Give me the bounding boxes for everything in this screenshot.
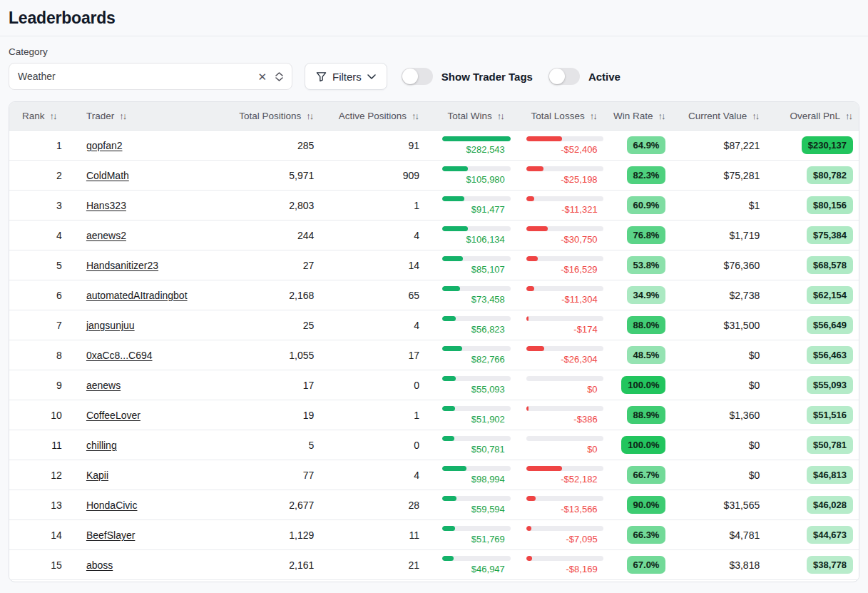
wins-bar	[442, 406, 511, 411]
wins-bar	[442, 256, 511, 261]
total-positions-cell: 2,803	[224, 191, 320, 220]
trader-link[interactable]: chilling	[86, 440, 117, 451]
wins-amount: $55,093	[442, 384, 511, 395]
losses-amount: -$26,304	[526, 354, 603, 365]
trader-link[interactable]: HondaCivic	[86, 500, 138, 511]
losses-amount: -$52,406	[526, 144, 603, 155]
wins-amount: $106,134	[442, 234, 511, 245]
wins-bar	[442, 226, 511, 231]
trader-link[interactable]: Handsanitizer23	[86, 260, 158, 271]
losses-bar	[526, 316, 603, 321]
wins-bar	[442, 496, 511, 501]
wins-bar	[442, 316, 511, 321]
total-losses-cell: -$26,304	[512, 340, 605, 370]
column-label: Total Losses	[531, 111, 585, 121]
current-value-cell: $4,781	[678, 520, 765, 549]
trader-link[interactable]: ColdMath	[86, 170, 129, 181]
trader-link[interactable]: BeefSlayer	[86, 529, 135, 541]
win-rate-badge: 100.0%	[621, 436, 665, 454]
active-positions-cell: 909	[320, 161, 425, 190]
trader-link[interactable]: automatedAItradingbot	[86, 290, 188, 301]
column-header-active-positions[interactable]: Active Positions↑↓	[320, 102, 425, 130]
current-value-cell: $0	[678, 370, 765, 400]
active-positions-cell: 91	[320, 131, 425, 160]
total-wins-cell: $282,543	[425, 131, 512, 160]
active-toggle[interactable]	[548, 68, 580, 85]
show-trader-tags-toggle[interactable]	[402, 68, 433, 85]
rank-cell: 8	[9, 340, 63, 370]
category-select[interactable]: Weather ✕	[9, 63, 292, 90]
current-value-cell: $0	[678, 460, 765, 490]
column-header-total-losses[interactable]: Total Losses↑↓	[512, 102, 605, 130]
total-positions-cell: 1,055	[224, 340, 320, 370]
active-positions-cell: 11	[320, 520, 425, 549]
table-body: 1 gopfan2 285 91 $282,543 -$52,406 64.9%…	[9, 131, 859, 580]
total-losses-cell: -$52,406	[512, 131, 605, 160]
sort-icon[interactable]: ↑↓	[306, 111, 314, 121]
overall-pnl-badge: $230,137	[802, 136, 853, 154]
column-label: Current Value	[688, 111, 747, 121]
wins-bar	[442, 466, 511, 471]
active-positions-cell: 0	[320, 370, 425, 400]
total-wins-cell: $85,107	[425, 250, 512, 280]
clear-icon[interactable]: ✕	[257, 71, 267, 82]
rank-cell: 7	[9, 310, 63, 340]
trader-link[interactable]: Kapii	[86, 470, 108, 481]
table-header-row: Rank↑↓Trader↑↓Total Positions↑↓Active Po…	[9, 102, 859, 131]
rank-cell: 11	[9, 430, 63, 460]
current-value-cell: $75,281	[678, 161, 765, 190]
win-rate-badge: 48.5%	[627, 346, 666, 364]
column-header-total-wins[interactable]: Total Wins↑↓	[425, 102, 512, 130]
sort-icon[interactable]: ↑↓	[590, 111, 598, 121]
trader-link[interactable]: aenews2	[86, 230, 126, 241]
total-wins-cell: $59,594	[425, 490, 512, 519]
trader-link[interactable]: aboss	[86, 559, 113, 571]
total-positions-cell: 1,129	[224, 520, 320, 549]
win-rate-badge: 100.0%	[621, 376, 665, 394]
trader-link[interactable]: aenews	[86, 380, 121, 391]
column-header-rank[interactable]: Rank↑↓	[9, 102, 63, 130]
wins-bar	[442, 196, 511, 201]
wins-amount: $85,107	[442, 264, 511, 275]
funnel-icon	[316, 71, 327, 82]
losses-bar	[526, 226, 603, 231]
losses-bar	[526, 376, 603, 381]
sort-icon[interactable]: ↑↓	[497, 111, 505, 121]
trader-link[interactable]: jangsunjuu	[86, 320, 135, 331]
column-header-overall-pnl[interactable]: Overall PnL↑↓	[765, 102, 859, 130]
sort-icon[interactable]: ↑↓	[752, 111, 760, 121]
column-label: Total Positions	[239, 111, 301, 121]
chevron-updown-icon[interactable]	[275, 72, 283, 81]
losses-bar	[526, 466, 603, 471]
overall-pnl-badge: $55,093	[807, 376, 853, 394]
column-header-win-rate[interactable]: Win Rate↑↓	[605, 102, 679, 130]
current-value-cell: $31,500	[678, 310, 765, 340]
show-trader-tags-label: Show Trader Tags	[441, 71, 533, 83]
sort-icon[interactable]: ↑↓	[658, 111, 665, 121]
current-value-cell: $1	[678, 191, 765, 220]
total-positions-cell: 5	[224, 430, 320, 460]
sort-icon[interactable]: ↑↓	[119, 111, 127, 121]
trader-link[interactable]: Hans323	[86, 200, 126, 211]
sort-icon[interactable]: ↑↓	[845, 111, 853, 121]
total-losses-cell: -$25,198	[512, 161, 605, 190]
filters-button[interactable]: Filters	[305, 63, 387, 90]
total-positions-cell: 2,168	[224, 280, 320, 310]
losses-bar	[526, 556, 603, 561]
win-rate-badge: 60.9%	[627, 196, 666, 214]
total-positions-cell: 19	[224, 400, 320, 430]
column-header-trader[interactable]: Trader↑↓	[63, 102, 224, 130]
column-header-current-value[interactable]: Current Value↑↓	[678, 102, 765, 130]
wins-bar	[442, 136, 511, 141]
total-wins-cell: $105,980	[425, 161, 512, 190]
trader-link[interactable]: CoffeeLover	[86, 410, 141, 421]
column-header-total-positions[interactable]: Total Positions↑↓	[224, 102, 320, 130]
sort-icon[interactable]: ↑↓	[412, 111, 419, 121]
total-wins-cell: $51,769	[425, 520, 512, 549]
total-positions-cell: 5,971	[224, 161, 320, 190]
trader-link[interactable]: 0xaCc8...C694	[86, 350, 153, 361]
trader-link[interactable]: gopfan2	[86, 140, 123, 151]
rank-cell: 12	[9, 460, 63, 490]
wins-bar	[442, 436, 511, 441]
sort-icon[interactable]: ↑↓	[50, 111, 58, 121]
